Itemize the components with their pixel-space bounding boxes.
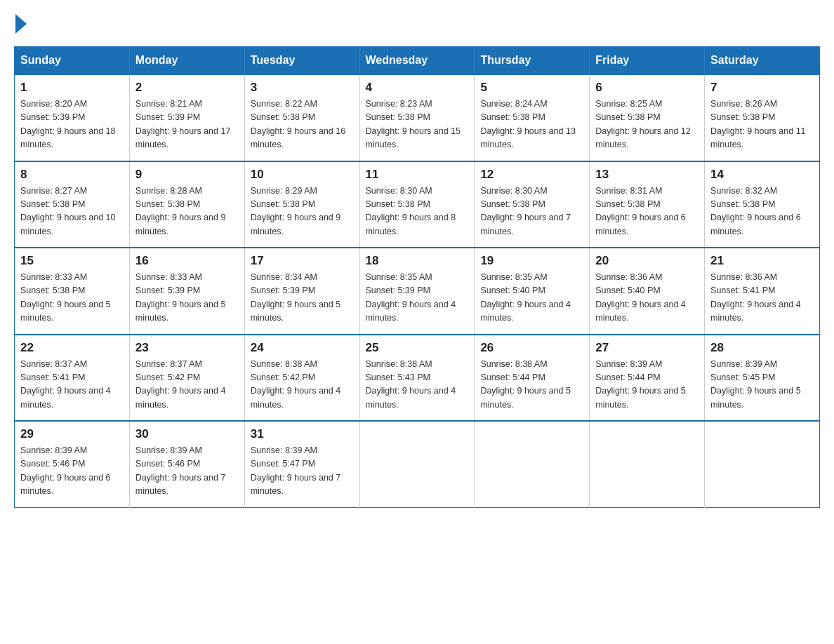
day-info: Sunrise: 8:39 AMSunset: 5:44 PMDaylight:… xyxy=(595,358,699,412)
col-header-saturday: Saturday xyxy=(705,47,820,75)
calendar-cell: 26Sunrise: 8:38 AMSunset: 5:44 PMDayligh… xyxy=(475,335,590,422)
day-info: Sunrise: 8:29 AMSunset: 5:38 PMDaylight:… xyxy=(251,185,354,239)
calendar-table: SundayMondayTuesdayWednesdayThursdayFrid… xyxy=(14,46,820,508)
calendar-week-row: 22Sunrise: 8:37 AMSunset: 5:41 PMDayligh… xyxy=(15,335,820,422)
calendar-cell: 7Sunrise: 8:26 AMSunset: 5:38 PMDaylight… xyxy=(705,74,820,161)
calendar-cell: 11Sunrise: 8:30 AMSunset: 5:38 PMDayligh… xyxy=(359,161,475,248)
day-info: Sunrise: 8:30 AMSunset: 5:38 PMDaylight:… xyxy=(480,185,583,239)
calendar-cell xyxy=(475,421,590,507)
day-info: Sunrise: 8:20 AMSunset: 5:39 PMDaylight:… xyxy=(20,98,124,152)
day-info: Sunrise: 8:39 AMSunset: 5:47 PMDaylight:… xyxy=(251,444,354,499)
calendar-cell: 12Sunrise: 8:30 AMSunset: 5:38 PMDayligh… xyxy=(475,161,590,248)
day-number: 2 xyxy=(135,81,239,95)
col-header-tuesday: Tuesday xyxy=(244,47,359,75)
col-header-thursday: Thursday xyxy=(475,47,590,75)
day-number: 27 xyxy=(595,341,699,355)
day-number: 30 xyxy=(135,427,239,441)
day-number: 20 xyxy=(595,254,699,268)
day-info: Sunrise: 8:32 AMSunset: 5:38 PMDaylight:… xyxy=(710,185,814,239)
day-number: 13 xyxy=(595,168,699,182)
day-info: Sunrise: 8:38 AMSunset: 5:42 PMDaylight:… xyxy=(251,358,354,412)
day-info: Sunrise: 8:23 AMSunset: 5:38 PMDaylight:… xyxy=(366,98,469,152)
calendar-week-row: 15Sunrise: 8:33 AMSunset: 5:38 PMDayligh… xyxy=(15,248,820,335)
day-number: 28 xyxy=(710,341,814,355)
calendar-cell xyxy=(705,421,820,507)
day-number: 5 xyxy=(480,81,583,95)
col-header-sunday: Sunday xyxy=(15,47,130,75)
calendar-cell: 2Sunrise: 8:21 AMSunset: 5:39 PMDaylight… xyxy=(129,74,244,161)
day-info: Sunrise: 8:38 AMSunset: 5:44 PMDaylight:… xyxy=(480,358,583,412)
day-info: Sunrise: 8:34 AMSunset: 5:39 PMDaylight:… xyxy=(251,271,354,326)
calendar-cell: 19Sunrise: 8:35 AMSunset: 5:40 PMDayligh… xyxy=(475,248,590,335)
calendar-cell: 15Sunrise: 8:33 AMSunset: 5:38 PMDayligh… xyxy=(15,248,130,335)
day-number: 17 xyxy=(251,254,354,268)
calendar-cell: 13Sunrise: 8:31 AMSunset: 5:38 PMDayligh… xyxy=(590,161,705,248)
page-header xyxy=(14,14,820,34)
day-number: 10 xyxy=(251,168,354,182)
day-info: Sunrise: 8:37 AMSunset: 5:41 PMDaylight:… xyxy=(20,358,124,412)
day-number: 3 xyxy=(251,81,354,95)
calendar-cell xyxy=(359,421,475,507)
day-info: Sunrise: 8:39 AMSunset: 5:46 PMDaylight:… xyxy=(135,444,239,499)
day-number: 11 xyxy=(366,168,469,182)
day-info: Sunrise: 8:25 AMSunset: 5:38 PMDaylight:… xyxy=(595,98,699,152)
day-info: Sunrise: 8:26 AMSunset: 5:38 PMDaylight:… xyxy=(710,98,814,152)
day-number: 19 xyxy=(480,254,583,268)
calendar-cell: 8Sunrise: 8:27 AMSunset: 5:38 PMDaylight… xyxy=(15,161,130,248)
day-number: 6 xyxy=(595,81,699,95)
calendar-cell: 18Sunrise: 8:35 AMSunset: 5:39 PMDayligh… xyxy=(359,248,475,335)
day-info: Sunrise: 8:22 AMSunset: 5:38 PMDaylight:… xyxy=(251,98,354,152)
calendar-cell: 28Sunrise: 8:39 AMSunset: 5:45 PMDayligh… xyxy=(705,335,820,422)
calendar-cell: 21Sunrise: 8:36 AMSunset: 5:41 PMDayligh… xyxy=(705,248,820,335)
calendar-cell: 31Sunrise: 8:39 AMSunset: 5:47 PMDayligh… xyxy=(244,421,359,507)
calendar-cell: 3Sunrise: 8:22 AMSunset: 5:38 PMDaylight… xyxy=(244,74,359,161)
calendar-cell: 30Sunrise: 8:39 AMSunset: 5:46 PMDayligh… xyxy=(129,421,244,507)
calendar-cell: 10Sunrise: 8:29 AMSunset: 5:38 PMDayligh… xyxy=(244,161,359,248)
calendar-cell: 23Sunrise: 8:37 AMSunset: 5:42 PMDayligh… xyxy=(129,335,244,422)
calendar-cell: 6Sunrise: 8:25 AMSunset: 5:38 PMDaylight… xyxy=(590,74,705,161)
calendar-cell: 20Sunrise: 8:36 AMSunset: 5:40 PMDayligh… xyxy=(590,248,705,335)
calendar-cell: 5Sunrise: 8:24 AMSunset: 5:38 PMDaylight… xyxy=(475,74,590,161)
day-number: 14 xyxy=(710,168,814,182)
calendar-cell: 1Sunrise: 8:20 AMSunset: 5:39 PMDaylight… xyxy=(15,74,130,161)
col-header-monday: Monday xyxy=(129,47,244,75)
day-number: 9 xyxy=(135,168,239,182)
calendar-cell: 9Sunrise: 8:28 AMSunset: 5:38 PMDaylight… xyxy=(129,161,244,248)
day-info: Sunrise: 8:35 AMSunset: 5:39 PMDaylight:… xyxy=(366,271,469,326)
day-number: 1 xyxy=(20,81,124,95)
day-number: 24 xyxy=(251,341,354,355)
col-header-friday: Friday xyxy=(590,47,705,75)
day-number: 12 xyxy=(480,168,583,182)
calendar-cell xyxy=(590,421,705,507)
day-info: Sunrise: 8:33 AMSunset: 5:38 PMDaylight:… xyxy=(20,271,124,326)
day-info: Sunrise: 8:36 AMSunset: 5:41 PMDaylight:… xyxy=(710,271,814,326)
calendar-week-row: 1Sunrise: 8:20 AMSunset: 5:39 PMDaylight… xyxy=(15,74,820,161)
calendar-cell: 24Sunrise: 8:38 AMSunset: 5:42 PMDayligh… xyxy=(244,335,359,422)
calendar-cell: 16Sunrise: 8:33 AMSunset: 5:39 PMDayligh… xyxy=(129,248,244,335)
day-number: 8 xyxy=(20,168,124,182)
day-number: 21 xyxy=(710,254,814,268)
day-info: Sunrise: 8:24 AMSunset: 5:38 PMDaylight:… xyxy=(480,98,583,152)
logo-arrow-icon xyxy=(15,14,27,34)
day-info: Sunrise: 8:21 AMSunset: 5:39 PMDaylight:… xyxy=(135,98,239,152)
col-header-wednesday: Wednesday xyxy=(359,47,475,75)
day-number: 4 xyxy=(366,81,469,95)
day-info: Sunrise: 8:39 AMSunset: 5:46 PMDaylight:… xyxy=(20,444,124,499)
calendar-cell: 4Sunrise: 8:23 AMSunset: 5:38 PMDaylight… xyxy=(359,74,475,161)
day-number: 15 xyxy=(20,254,124,268)
day-info: Sunrise: 8:27 AMSunset: 5:38 PMDaylight:… xyxy=(20,185,124,239)
calendar-week-row: 8Sunrise: 8:27 AMSunset: 5:38 PMDaylight… xyxy=(15,161,820,248)
day-info: Sunrise: 8:36 AMSunset: 5:40 PMDaylight:… xyxy=(595,271,699,326)
day-info: Sunrise: 8:28 AMSunset: 5:38 PMDaylight:… xyxy=(135,185,239,239)
day-number: 18 xyxy=(366,254,469,268)
calendar-cell: 25Sunrise: 8:38 AMSunset: 5:43 PMDayligh… xyxy=(359,335,475,422)
day-number: 31 xyxy=(251,427,354,441)
day-info: Sunrise: 8:30 AMSunset: 5:38 PMDaylight:… xyxy=(366,185,469,239)
day-number: 23 xyxy=(135,341,239,355)
day-number: 29 xyxy=(20,427,124,441)
day-number: 25 xyxy=(366,341,469,355)
day-info: Sunrise: 8:39 AMSunset: 5:45 PMDaylight:… xyxy=(710,358,814,412)
day-number: 16 xyxy=(135,254,239,268)
logo xyxy=(14,14,27,34)
day-info: Sunrise: 8:38 AMSunset: 5:43 PMDaylight:… xyxy=(366,358,469,412)
